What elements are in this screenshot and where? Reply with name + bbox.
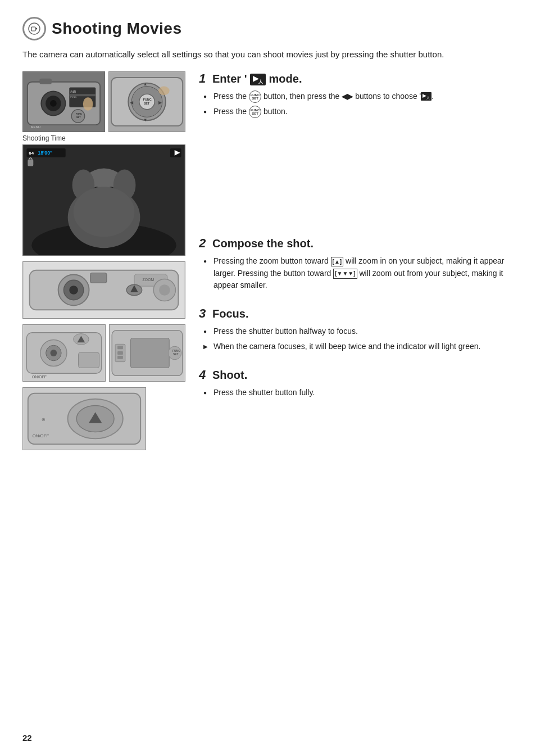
svg-text:右図: 右図	[70, 90, 76, 93]
step-4-bullet-1: Press the shutter button fully.	[203, 387, 514, 399]
shutter-image-wrapper: ON/OFF ⊙	[22, 387, 185, 450]
shooting-movies-icon	[22, 17, 46, 40]
movie-inline-icon: ▶人	[421, 92, 431, 101]
step-1-header: 1 Enter ' ▶人 mode.	[199, 71, 514, 86]
svg-text:▼: ▼	[143, 117, 148, 123]
step-3-title: Focus.	[212, 307, 248, 320]
step-2: 2 Compose the shot. Pressing the zoom bu…	[199, 236, 514, 292]
svg-point-7	[50, 100, 57, 107]
dog-photo: 64 18'00"	[22, 144, 185, 256]
step-3-number: 3	[199, 306, 209, 321]
main-layout: 右図 FUNC. FUNC SET MENU	[22, 71, 514, 456]
camera-funcset-image: FUNC. SET ▲ ▼ ◀ ▶	[108, 71, 185, 132]
zoom-in-icon: [▲]	[331, 257, 344, 267]
step-1-bullet-2: Press the FUNCSET button.	[203, 106, 514, 118]
svg-text:FUNC.: FUNC.	[70, 96, 77, 98]
svg-rect-53	[90, 273, 106, 283]
svg-text:18'00": 18'00"	[38, 150, 52, 155]
step-3-bullets: Press the shutter button halfway to focu…	[199, 325, 514, 352]
right-instruction-column: 1 Enter ' ▶人 mode. Press the FUNCSET but…	[199, 71, 514, 414]
svg-text:ZOOM: ZOOM	[143, 278, 155, 282]
svg-rect-75	[131, 338, 170, 368]
page-title-row: Shooting Movies	[22, 17, 514, 40]
step-4: 4 Shoot. Press the shutter button fully.	[199, 368, 514, 399]
svg-text:ON/OFF: ON/OFF	[32, 375, 47, 379]
camera-shutter-left: ON/OFF	[22, 324, 106, 382]
svg-point-0	[29, 23, 40, 34]
svg-text:ON/OFF: ON/OFF	[33, 433, 49, 438]
step-2-bullets: Pressing the zoom button toward [▲] will…	[199, 255, 514, 292]
step-4-bullets: Press the shutter button fully.	[199, 387, 514, 399]
funcset-icon-1: FUNCSET	[249, 90, 261, 103]
step-3: 3 Focus. Press the shutter button halfwa…	[199, 306, 514, 352]
step-3-bullet-1: Press the shutter button halfway to focu…	[203, 325, 514, 338]
svg-point-64	[50, 350, 57, 356]
svg-rect-15	[39, 78, 52, 84]
step-4-title: Shoot.	[212, 369, 247, 382]
svg-point-52	[69, 286, 78, 295]
zoom-out-icon: [▼▼▼]	[333, 269, 357, 279]
step-3-arrow-1: When the camera focuses, it will beep tw…	[203, 341, 514, 353]
step-1-bullets: Press the FUNCSET button, then press the…	[199, 90, 514, 119]
svg-rect-1	[31, 27, 35, 31]
svg-text:◀: ◀	[130, 99, 134, 105]
step-4-number: 4	[199, 368, 209, 382]
movie-mode-badge: ▶人	[250, 74, 266, 85]
shutter-button-image: ON/OFF ⊙	[22, 387, 146, 450]
svg-text:▶: ▶	[158, 99, 162, 105]
svg-text:SET: SET	[173, 352, 179, 355]
shooting-time-label: Shooting Time	[22, 134, 185, 142]
svg-text:SET: SET	[76, 116, 81, 119]
svg-text:MENU: MENU	[31, 125, 40, 129]
svg-rect-74	[117, 355, 123, 359]
svg-point-29	[158, 86, 170, 95]
intro-text: The camera can automatically select all …	[22, 48, 506, 61]
page-title: Shooting Movies	[52, 20, 182, 38]
svg-text:▲: ▲	[143, 81, 148, 86]
step-1-number: 1	[199, 71, 209, 86]
svg-text:FUNC.: FUNC.	[143, 98, 153, 101]
step-1-title: Enter ' ▶人 mode.	[212, 73, 302, 85]
camera-side-view: FUNC SET	[109, 324, 185, 382]
step-4-header: 4 Shoot.	[199, 368, 514, 382]
lr-arrows-icon: ◀▶	[342, 91, 353, 102]
camera-top-view: ZOOM	[22, 261, 185, 319]
svg-rect-72	[117, 346, 123, 349]
svg-point-41	[74, 187, 135, 237]
svg-rect-45	[28, 159, 33, 166]
svg-text:⊙: ⊙	[42, 417, 46, 422]
svg-text:64: 64	[29, 150, 34, 155]
funcset-icon-2: FUNCSET	[249, 106, 261, 118]
step-2-number: 2	[199, 236, 209, 251]
svg-point-17	[83, 97, 93, 111]
svg-text:FUNC: FUNC	[76, 112, 82, 115]
bottom-image-row: ON/OFF FUNC	[22, 324, 185, 382]
top-image-row: 右図 FUNC. FUNC SET MENU	[22, 71, 185, 132]
camera-menu-image: 右図 FUNC. FUNC SET MENU	[22, 71, 105, 132]
svg-rect-68	[78, 352, 99, 368]
step-3-header: 3 Focus.	[199, 306, 514, 321]
page-number: 22	[22, 733, 32, 743]
svg-text:SET: SET	[144, 101, 150, 105]
svg-text:FUNC: FUNC	[172, 350, 180, 352]
step-2-bullet-1: Pressing the zoom button toward [▲] will…	[203, 255, 514, 292]
step-1-bullet-1: Press the FUNCSET button, then press the…	[203, 90, 514, 103]
left-image-column: 右図 FUNC. FUNC SET MENU	[22, 71, 185, 456]
step-2-header: 2 Compose the shot.	[199, 236, 514, 251]
step-2-title: Compose the shot.	[212, 237, 314, 250]
step-1: 1 Enter ' ▶人 mode. Press the FUNCSET but…	[199, 71, 514, 119]
svg-point-57	[159, 284, 170, 296]
svg-rect-73	[117, 351, 123, 355]
